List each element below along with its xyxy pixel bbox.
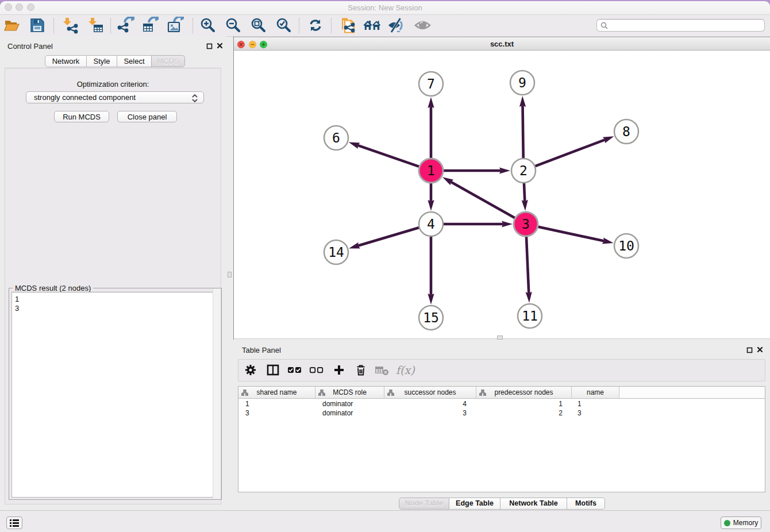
- clone-network-icon: [340, 17, 357, 36]
- node-label-15: 15: [423, 310, 439, 325]
- node-label-8: 8: [622, 124, 630, 139]
- table-cell[interactable]: 1: [238, 399, 315, 408]
- table-cell[interactable]: dominator: [315, 399, 384, 408]
- node-table: shared name MCDS role successor nodes pr…: [238, 386, 765, 492]
- mcds-result-textarea[interactable]: 1 3: [11, 292, 219, 498]
- tab-node-table[interactable]: Node Table: [399, 498, 449, 510]
- zoom-in-icon: [199, 17, 217, 36]
- show-details-button[interactable]: [413, 17, 434, 35]
- table-cell[interactable]: 3: [572, 408, 619, 418]
- edge-3-1[interactable]: [451, 182, 514, 218]
- table-panel-float-button[interactable]: [746, 346, 753, 353]
- memory-button[interactable]: Memory: [721, 516, 761, 529]
- control-panel-header: Control Panel: [0, 36, 226, 55]
- export-table-icon: [141, 17, 159, 36]
- table-row[interactable]: 3dominator323: [238, 408, 765, 418]
- tab-network[interactable]: Network: [45, 55, 87, 67]
- run-mcds-button[interactable]: Run MCDS: [54, 111, 109, 122]
- task-history-button[interactable]: [6, 516, 22, 529]
- edge-4-14[interactable]: [358, 228, 419, 245]
- edge-3-11[interactable]: [526, 237, 529, 294]
- tab-motifs[interactable]: Motifs: [567, 498, 605, 510]
- table-cell[interactable]: 3: [238, 408, 315, 418]
- import-table-button[interactable]: [84, 17, 106, 35]
- tab-mcds[interactable]: MCDS: [152, 55, 185, 67]
- export-network-button[interactable]: [115, 17, 137, 35]
- column-header-label: shared name: [256, 388, 297, 396]
- control-panel-close-button[interactable]: [217, 42, 224, 49]
- save-session-button[interactable]: [26, 17, 48, 35]
- edge-arrow-2-3: [522, 200, 528, 211]
- column-header-MCDS-role[interactable]: MCDS role: [315, 387, 384, 399]
- export-image-button[interactable]: [164, 17, 186, 35]
- criterion-value: strongly connected component: [34, 93, 136, 102]
- zoom-fit-icon: [250, 17, 267, 36]
- table-cell[interactable]: 1: [476, 399, 572, 408]
- table-cell[interactable]: dominator: [315, 408, 384, 418]
- table-cell[interactable]: 2: [476, 408, 572, 418]
- column-header-shared-name[interactable]: shared name: [238, 387, 315, 399]
- column-pane-button[interactable]: [264, 362, 282, 379]
- column-header-label: name: [587, 388, 604, 396]
- edge-arrow-4-15: [428, 294, 434, 304]
- network-canvas[interactable]: 1234678910111415: [234, 51, 770, 338]
- network-window-titlebar: scc.txt: [234, 37, 770, 51]
- toolbar-separator: [53, 18, 54, 33]
- column-pane-icon: [267, 364, 279, 378]
- tab-select[interactable]: Select: [117, 55, 152, 67]
- table-cell[interactable]: 1: [572, 399, 619, 408]
- edge-2-8[interactable]: [536, 140, 606, 166]
- search-input[interactable]: [610, 21, 764, 30]
- zoom-selected-button[interactable]: [273, 17, 295, 35]
- deselect-all-button[interactable]: [307, 362, 326, 379]
- edge-arrow-1-4: [428, 200, 434, 211]
- application-window: Session: New Session: [0, 0, 770, 532]
- import-network-button[interactable]: [59, 17, 81, 35]
- tab-style[interactable]: Style: [87, 55, 117, 67]
- export-table-button[interactable]: [139, 17, 161, 35]
- network-view-window: scc.txt 1234678910111415: [233, 36, 770, 340]
- delete-button[interactable]: [352, 362, 370, 379]
- refresh-button[interactable]: [305, 17, 326, 35]
- gear-button[interactable]: [241, 362, 260, 379]
- edge-1-6[interactable]: [357, 145, 419, 167]
- edge-2-3[interactable]: [524, 183, 525, 202]
- toolbar-separator: [192, 18, 193, 33]
- column-header-predecessor-nodes[interactable]: predecessor nodes: [476, 387, 572, 399]
- gear-icon: [244, 364, 257, 378]
- clone-network-button[interactable]: [337, 17, 359, 35]
- node-label-6: 6: [332, 130, 340, 145]
- result-scrollbar[interactable]: [213, 289, 221, 499]
- search-field[interactable]: [596, 19, 765, 32]
- edge-3-10[interactable]: [538, 227, 604, 241]
- import-network-icon: [61, 17, 79, 36]
- horizontal-splitter-grip[interactable]: [497, 336, 503, 340]
- table-cell[interactable]: 3: [384, 408, 476, 418]
- table-panel-close-button[interactable]: [757, 346, 764, 353]
- column-header-label: successor nodes: [404, 388, 456, 396]
- edge-2-9[interactable]: [523, 105, 523, 158]
- tab-network-table[interactable]: Network Table: [500, 498, 567, 510]
- column-header-name[interactable]: name: [572, 387, 619, 399]
- import-table-icon: [87, 17, 104, 36]
- open-file-button[interactable]: [1, 17, 23, 35]
- table-row[interactable]: 1dominator411: [238, 399, 765, 408]
- window-titlebar: Session: New Session: [0, 1, 770, 15]
- hide-details-button[interactable]: [386, 17, 408, 35]
- first-neighbors-button[interactable]: [361, 17, 383, 35]
- table-cell[interactable]: 4: [384, 399, 476, 408]
- column-header-successor-nodes[interactable]: successor nodes: [384, 387, 476, 399]
- tab-edge-table[interactable]: Edge Table: [449, 498, 500, 510]
- export-image-icon: [167, 17, 184, 36]
- control-panel-float-button[interactable]: [206, 43, 213, 49]
- close-panel-button[interactable]: Close panel: [117, 111, 177, 122]
- vertical-splitter-grip[interactable]: [228, 272, 232, 277]
- add-column-button[interactable]: [330, 362, 348, 379]
- criterion-select[interactable]: strongly connected component: [26, 91, 204, 103]
- select-all-button[interactable]: [286, 362, 304, 379]
- node-label-11: 11: [522, 309, 538, 323]
- zoom-in-button[interactable]: [197, 17, 219, 35]
- zoom-fit-button[interactable]: [248, 17, 270, 35]
- zoom-out-button[interactable]: [222, 17, 244, 35]
- function-builder-icon-disabled: f(x): [395, 363, 418, 379]
